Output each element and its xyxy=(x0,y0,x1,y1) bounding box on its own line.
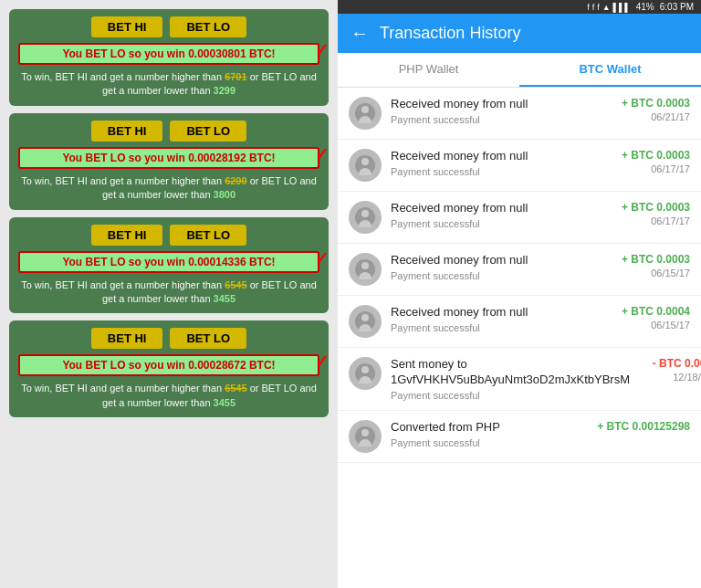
transaction-item-4[interactable]: Received money from null Payment success… xyxy=(338,296,701,348)
avatar-icon xyxy=(355,311,375,331)
transaction-item-2[interactable]: Received money from null Payment success… xyxy=(338,192,701,244)
tx-avatar xyxy=(349,253,382,286)
left-panel: BET HI BET LO You BET LO so you win 0.00… xyxy=(0,0,338,588)
tx-avatar xyxy=(349,201,382,234)
win-text: You BET LO so you win 0.00014336 BTC! xyxy=(18,251,319,273)
tx-title: Received money from null xyxy=(391,253,608,268)
fb-icon2: f xyxy=(592,3,595,12)
avatar-icon xyxy=(355,259,375,279)
tx-right: + BTC 0.0003 06/17/17 xyxy=(617,149,690,174)
avatar-icon xyxy=(355,207,375,227)
tx-title: Sent money to 1GvfVHKHV5uBbAyuNmt3oD2mJx… xyxy=(391,357,630,388)
tx-avatar xyxy=(349,357,382,390)
avatar-icon xyxy=(355,155,375,175)
tx-date: 12/18/16 xyxy=(639,372,701,383)
signal-icon: ▌▌▌ xyxy=(613,3,631,12)
tx-date: 06/15/17 xyxy=(617,320,690,331)
tx-title: Received money from null xyxy=(391,149,608,164)
tx-date: 06/21/17 xyxy=(617,111,690,122)
tx-date: 06/17/17 xyxy=(617,163,690,174)
tx-amount: + BTC 0.0003 xyxy=(617,201,690,214)
bet-lo-button[interactable]: BET LO xyxy=(170,16,246,37)
tx-subtitle: Payment successful xyxy=(391,114,608,125)
status-icons: f f f ▲ ▌▌▌ xyxy=(587,3,631,12)
tx-avatar xyxy=(349,305,382,338)
tx-subtitle: Payment successful xyxy=(391,437,588,448)
tx-content: Received money from null Payment success… xyxy=(391,97,608,125)
transaction-item-1[interactable]: Received money from null Payment success… xyxy=(338,140,701,192)
tx-avatar xyxy=(349,97,382,130)
bet-hi-button[interactable]: BET HI xyxy=(91,16,163,37)
tx-content: Converted from PHP Payment successful xyxy=(391,420,588,448)
tx-right: + BTC 0.00125298 xyxy=(597,420,690,435)
transactions-list: Received money from null Payment success… xyxy=(338,88,701,588)
fb-icon: f xyxy=(587,3,590,12)
tx-title: Received money from null xyxy=(391,305,608,320)
transaction-item-3[interactable]: Received money from null Payment success… xyxy=(338,244,701,296)
tx-content: Received money from null Payment success… xyxy=(391,149,608,177)
bet-desc: To win, BET HI and get a number higher t… xyxy=(18,70,319,99)
bet-buttons: BET HI BET LO xyxy=(18,16,319,37)
tx-date: 06/17/17 xyxy=(617,215,690,226)
transaction-item-5[interactable]: Sent money to 1GvfVHKHV5uBbAyuNmt3oD2mJx… xyxy=(338,348,701,411)
bet-buttons: BET HI BET LO xyxy=(18,121,319,142)
bet-card-3: BET HI BET LO You BET LO so you win 0.00… xyxy=(9,217,329,314)
back-button[interactable]: ← xyxy=(350,23,369,44)
time-text: 6:03 PM xyxy=(660,2,694,12)
tx-subtitle: Payment successful xyxy=(391,322,608,333)
tx-content: Received money from null Payment success… xyxy=(391,253,608,281)
header-title: Transaction History xyxy=(380,24,520,43)
bet-desc: To win, BET HI and get a number higher t… xyxy=(18,382,319,410)
tx-content: Sent money to 1GvfVHKHV5uBbAyuNmt3oD2mJx… xyxy=(391,357,630,401)
wifi-icon: ▲ xyxy=(602,3,611,12)
right-panel: f f f ▲ ▌▌▌ 41% 6:03 PM ← Transaction Hi… xyxy=(338,0,701,588)
win-text: You BET LO so you win 0.00028192 BTC! xyxy=(18,147,319,169)
bet-card-4: BET HI BET LO You BET LO so you win 0.00… xyxy=(9,320,329,417)
tabs-row: PHP WalletBTC Wallet xyxy=(338,53,701,88)
bet-hi-button[interactable]: BET HI xyxy=(91,225,163,246)
avatar-icon xyxy=(355,426,375,446)
tx-amount: + BTC 0.00125298 xyxy=(597,420,690,433)
tx-amount: + BTC 0.0003 xyxy=(617,97,690,110)
tx-subtitle: Payment successful xyxy=(391,270,608,281)
tx-right: + BTC 0.0004 06/15/17 xyxy=(617,305,690,331)
bet-hi-button[interactable]: BET HI xyxy=(91,328,163,349)
bet-buttons: BET HI BET LO xyxy=(18,328,319,349)
bet-desc: To win, BET HI and get a number higher t… xyxy=(18,278,319,307)
bet-desc: To win, BET HI and get a number higher t… xyxy=(18,174,319,203)
tx-right: + BTC 0.0003 06/21/17 xyxy=(617,97,690,122)
tx-subtitle: Payment successful xyxy=(391,166,608,177)
tx-content: Received money from null Payment success… xyxy=(391,201,608,229)
tx-amount: - BTC 0.001 xyxy=(639,357,701,370)
win-text: You BET LO so you win 0.00030801 BTC! xyxy=(18,43,319,65)
tx-avatar xyxy=(349,420,382,453)
bet-lo-button[interactable]: BET LO xyxy=(170,121,246,142)
tx-amount: + BTC 0.0003 xyxy=(617,149,690,162)
tab-btc-wallet[interactable]: BTC Wallet xyxy=(519,53,701,87)
bet-card-1: BET HI BET LO You BET LO so you win 0.00… xyxy=(9,9,329,106)
avatar-icon xyxy=(355,363,375,383)
bet-hi-button[interactable]: BET HI xyxy=(91,121,163,142)
tx-amount: + BTC 0.0004 xyxy=(617,305,690,318)
battery-text: 41% xyxy=(636,2,654,12)
tx-subtitle: Payment successful xyxy=(391,390,630,401)
bet-lo-button[interactable]: BET LO xyxy=(170,225,246,246)
tx-content: Received money from null Payment success… xyxy=(391,305,608,333)
tx-avatar xyxy=(349,149,382,182)
app-header: ← Transaction History xyxy=(338,14,701,53)
transaction-item-0[interactable]: Received money from null Payment success… xyxy=(338,88,701,140)
bet-lo-button[interactable]: BET LO xyxy=(170,328,246,349)
tx-amount: + BTC 0.0003 xyxy=(617,253,690,266)
tx-subtitle: Payment successful xyxy=(391,218,608,229)
tx-right: + BTC 0.0003 06/15/17 xyxy=(617,253,690,278)
tx-title: Converted from PHP xyxy=(391,420,588,436)
bet-card-2: BET HI BET LO You BET LO so you win 0.00… xyxy=(9,113,329,210)
tx-right: + BTC 0.0003 06/17/17 xyxy=(617,201,690,226)
tx-right: - BTC 0.001 12/18/16 xyxy=(639,357,701,383)
status-bar: f f f ▲ ▌▌▌ 41% 6:03 PM xyxy=(338,0,701,14)
tab-php-wallet[interactable]: PHP Wallet xyxy=(338,53,519,87)
transaction-item-6[interactable]: Converted from PHP Payment successful + … xyxy=(338,411,701,463)
fb-icon3: f xyxy=(597,3,600,12)
avatar-icon xyxy=(355,103,375,123)
win-text: You BET LO so you win 0.00028672 BTC! xyxy=(18,354,319,376)
